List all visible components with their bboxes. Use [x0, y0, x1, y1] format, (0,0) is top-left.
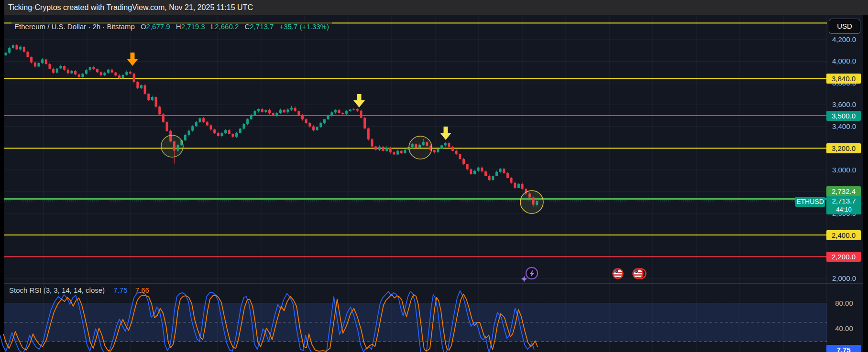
low-label: L — [211, 22, 215, 31]
change-value: +35.7 (+1.33%) — [280, 22, 329, 31]
stoch-rsi-legend[interactable]: Stoch RSI (3, 3, 14, 14, close) 7.75 7.6… — [9, 286, 149, 294]
symbol-title: Ethereum / U.S. Dollar · 2h · Bitstamp — [14, 22, 135, 31]
stoch-d-value: 7.66 — [135, 286, 149, 294]
us-flag-event-icon-double[interactable] — [631, 267, 648, 280]
bar-countdown: 44:10 — [826, 206, 861, 213]
symbol-legend[interactable]: Ethereum / U.S. Dollar · 2h · Bitstamp O… — [11, 21, 332, 32]
window-edge — [863, 15, 868, 352]
currency-toggle-button[interactable]: USD — [829, 19, 860, 34]
close-label: C — [244, 22, 250, 31]
high-value: 2,719.3 — [181, 22, 205, 31]
us-flag-event-icon[interactable] — [611, 267, 625, 280]
price-chart-canvas[interactable] — [0, 0, 868, 352]
close-value: 2,713.7 — [250, 22, 274, 31]
lightning-event-icon[interactable] — [519, 265, 541, 284]
stoch-k-value: 7.75 — [113, 286, 127, 294]
high-label: H — [176, 22, 181, 31]
stoch-rsi-title: Stoch RSI (3, 3, 14, 14, close) — [9, 286, 105, 294]
tradingview-snapshot: Ticking-Cryptos created with TradingView… — [0, 0, 868, 352]
symbol-price-tag: ETHUSD — [795, 197, 825, 207]
last-price-value: 2,713.7 — [826, 196, 861, 206]
low-value: 2,660.2 — [215, 22, 239, 31]
open-label: O — [141, 22, 146, 31]
open-value: 2,677.9 — [146, 22, 170, 31]
last-price-label: 2,713.7 44:10 — [826, 196, 861, 214]
